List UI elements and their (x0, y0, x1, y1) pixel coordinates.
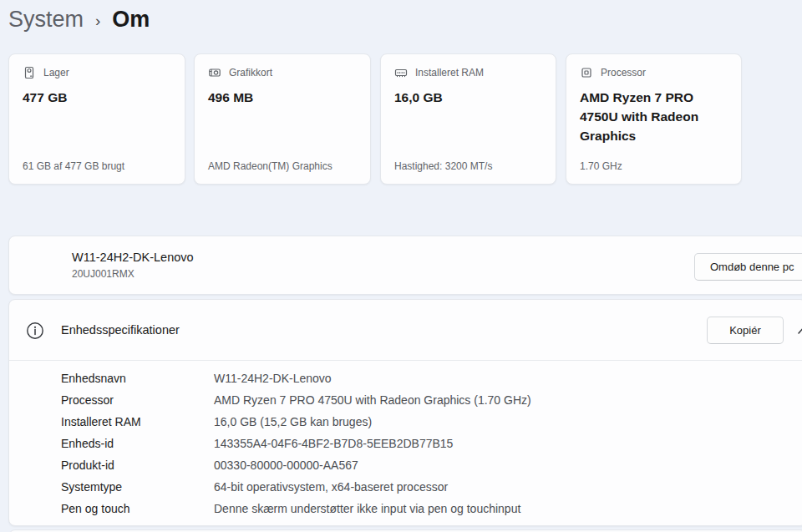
divider (9, 360, 802, 361)
table-row: Pen og touch Denne skærm understøtter ik… (9, 498, 802, 519)
spec-value: W11-24H2-DK-Lenovo (214, 372, 332, 385)
device-model: 20UJ001RMX (72, 268, 135, 280)
breadcrumb-chevron-icon: › (95, 9, 100, 30)
gpu-icon (208, 66, 221, 79)
chevron-up-icon[interactable] (790, 323, 802, 340)
spec-value: 16,0 GB (15,2 GB kan bruges) (214, 415, 372, 428)
copy-button[interactable]: Kopiér (707, 317, 784, 344)
device-specs-title: Enhedsspecifikationer (61, 323, 180, 337)
rename-pc-button[interactable]: Omdøb denne pc (694, 253, 802, 281)
breadcrumb-system[interactable]: System (8, 7, 84, 33)
spec-value: Denne skærm understøtter ikke input via … (214, 502, 520, 515)
table-row: Systemtype 64-bit operativsystem, x64-ba… (9, 476, 802, 498)
device-specs-expander: Enhedsspecifikationer Kopiér Enhedsnavn … (8, 299, 802, 526)
table-row: Enheds-id 143355A4-04F6-4BF2-B7D8-5EEB2D… (9, 433, 802, 454)
spec-label: Produkt-id (61, 459, 214, 472)
ram-card-footer: Hastighed: 3200 MT/s (394, 160, 547, 172)
gpu-card-footer: AMD Radeon(TM) Graphics (208, 160, 362, 172)
spec-label: Installeret RAM (61, 415, 214, 428)
storage-card-value: 477 GB (23, 88, 173, 107)
storage-card: Lager 477 GB 61 GB af 477 GB brugt (8, 53, 185, 185)
device-name: W11-24H2-DK-Lenovo (72, 251, 194, 264)
spec-label: Enhedsnavn (61, 372, 214, 385)
storage-icon (23, 66, 36, 79)
spec-label: Enheds-id (61, 437, 214, 450)
cpu-icon (580, 66, 593, 79)
table-row: Enhedsnavn W11-24H2-DK-Lenovo (9, 367, 802, 389)
gpu-card-label: Grafikkort (229, 67, 272, 79)
ram-card: Installeret RAM 16,0 GB Hastighed: 3200 … (380, 53, 556, 185)
device-specs-expander-header[interactable]: Enhedsspecifikationer Kopiér (9, 300, 802, 360)
table-row: Produkt-id 00330-80000-00000-AA567 (9, 454, 802, 476)
device-name-row: W11-24H2-DK-Lenovo 20UJ001RMX Omdøb denn… (8, 236, 802, 295)
table-row: Processor AMD Ryzen 7 PRO 4750U with Rad… (9, 389, 802, 411)
storage-card-label: Lager (43, 67, 69, 79)
spec-value: AMD Ryzen 7 PRO 4750U with Radeon Graphi… (214, 393, 531, 407)
gpu-card: Grafikkort 496 MB AMD Radeon(TM) Graphic… (194, 53, 371, 185)
cpu-card-value: AMD Ryzen 7 PRO 4750U with Radeon Graphi… (580, 88, 729, 145)
ram-icon (394, 66, 408, 79)
info-icon (26, 322, 44, 343)
cpu-card: Processor AMD Ryzen 7 PRO 4750U with Rad… (566, 53, 742, 185)
spec-value: 143355A4-04F6-4BF2-B7D8-5EEB2DB77B15 (214, 437, 453, 450)
spec-label: Systemtype (61, 480, 214, 494)
ram-card-label: Installeret RAM (415, 67, 484, 79)
page-title: Om (112, 7, 150, 33)
storage-card-footer: 61 GB af 477 GB brugt (23, 160, 176, 172)
gpu-card-value: 496 MB (208, 88, 358, 107)
device-specs-table: Enhedsnavn W11-24H2-DK-Lenovo Processor … (9, 367, 802, 519)
cpu-card-label: Processor (601, 67, 646, 79)
table-row: Installeret RAM 16,0 GB (15,2 GB kan bru… (9, 411, 802, 433)
ram-card-value: 16,0 GB (394, 88, 544, 107)
spec-label: Pen og touch (61, 502, 214, 515)
spec-label: Processor (61, 393, 214, 407)
spec-value: 64-bit operativsystem, x64-baseret proce… (214, 480, 448, 494)
breadcrumb: System › Om (8, 7, 150, 33)
cpu-card-footer: 1.70 GHz (580, 160, 733, 172)
spec-value: 00330-80000-00000-AA567 (214, 459, 358, 472)
